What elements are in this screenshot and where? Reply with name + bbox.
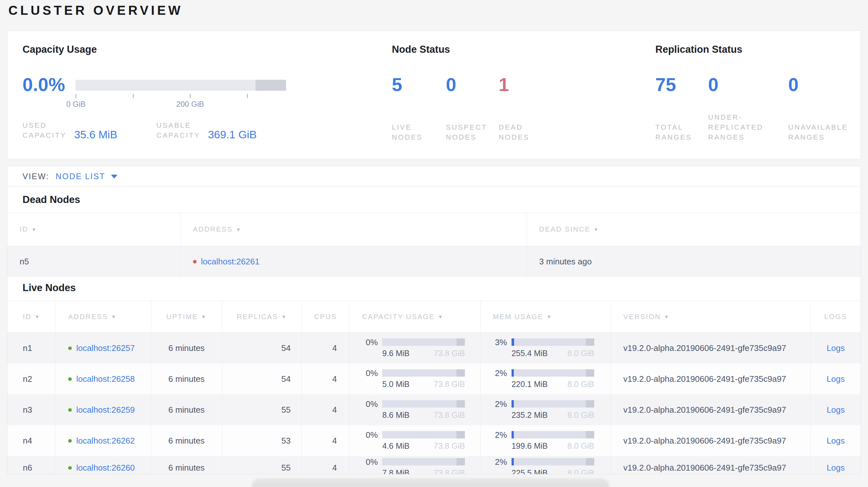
capacity-usage-bar	[75, 80, 286, 91]
node-address-link[interactable]: localhost:26261	[201, 257, 260, 267]
capacity-percent: 0%	[349, 458, 378, 466]
unavailable-ranges-label: UNAVAILABLE RANGES	[788, 122, 848, 142]
column-header-id[interactable]: ID	[7, 301, 55, 332]
mem-bar-reserved-segment	[586, 338, 594, 346]
mem-bar-fill	[512, 338, 514, 346]
capacity-bar-reserved-segment	[255, 80, 286, 91]
mem-percent: 3%	[480, 338, 507, 347]
logs-link[interactable]: Logs	[827, 374, 844, 384]
sort-desc-icon	[35, 314, 40, 319]
node-address-link[interactable]: localhost:26259	[76, 405, 135, 415]
mem-mini-bar	[512, 369, 594, 377]
summary-card: Capacity Usage 0.0% 0 GiB 200 GiB USED C…	[7, 31, 861, 159]
capacity-mini-bar	[382, 431, 465, 439]
node-address-link[interactable]: localhost:26258	[76, 374, 135, 384]
mem-bar-reserved-segment	[586, 400, 594, 408]
node-status-title: Node Status	[392, 44, 450, 55]
view-selector-dropdown[interactable]: NODE LIST	[56, 172, 117, 181]
used-capacity-value: 35.6 MiB	[74, 129, 117, 140]
node-cpus: 4	[302, 333, 349, 363]
nodes-card: VIEW: NODE LIST Dead Nodes ID ADDRESS DE…	[7, 166, 861, 475]
view-label: VIEW:	[23, 172, 49, 181]
mem-total-value: 8.0 GiB	[567, 349, 594, 358]
mem-total-value: 8.0 GiB	[567, 468, 594, 475]
capacity-total-value: 73.8 GiB	[434, 468, 465, 475]
logs-link[interactable]: Logs	[827, 405, 844, 415]
node-address-cell: localhost:26261	[181, 246, 527, 277]
column-header-replicas[interactable]: REPLICAS	[222, 301, 302, 332]
mem-used-value: 220.1 MiB	[512, 380, 548, 389]
node-uptime: 6 minutes	[151, 333, 222, 363]
logs-link[interactable]: Logs	[827, 343, 844, 353]
node-address-cell: localhost:26257	[55, 333, 151, 363]
node-uptime: 6 minutes	[151, 394, 222, 425]
column-header-id[interactable]: ID	[7, 213, 181, 246]
live-nodes-table-body: n1 localhost:26257 6 minutes 54 4 0%	[7, 333, 861, 475]
live-node-row: n3 localhost:26259 6 minutes 55 4 0%	[7, 394, 861, 425]
live-nodes-table-header: ID ADDRESS UPTIME REPLICAS CPUS CAPACITY…	[7, 301, 861, 333]
live-node-row: n2 localhost:26258 6 minutes 54 4 0%	[7, 363, 861, 394]
node-version: v19.2.0-alpha.20190606-2491-gfe735c9a97	[611, 333, 811, 363]
node-cpus: 4	[302, 394, 349, 425]
dead-nodes-count: 1	[499, 75, 509, 94]
capacity-mini-bar	[382, 369, 465, 377]
mem-total-value: 8.0 GiB	[567, 441, 594, 451]
capacity-usage-cell: 0% 5.0 MiB 73.8 GiB	[349, 363, 480, 394]
column-header-address[interactable]: ADDRESS	[181, 213, 527, 246]
capacity-bar-reserved-segment	[457, 400, 465, 408]
node-address-cell: localhost:26260	[55, 456, 151, 475]
node-replicas: 55	[222, 456, 302, 475]
column-header-uptime[interactable]: UPTIME	[151, 301, 222, 332]
node-address-link[interactable]: localhost:26262	[76, 436, 135, 446]
node-address-link[interactable]: localhost:26260	[76, 463, 135, 473]
node-address-cell: localhost:26259	[55, 394, 151, 425]
column-header-mem-usage[interactable]: MEM USAGE	[480, 301, 611, 332]
mem-used-value: 255.4 MiB	[512, 349, 548, 358]
capacity-bar-reserved-segment	[457, 369, 465, 377]
node-address-cell: localhost:26258	[55, 363, 151, 394]
mem-usage-cell: 2% 235.2 MiB 8.0 GiB	[480, 394, 611, 425]
column-header-capacity-usage[interactable]: CAPACITY USAGE	[349, 301, 480, 332]
usable-capacity-stat: USABLE CAPACITY 369.1 GiB	[156, 120, 257, 140]
column-header-logs[interactable]: LOGS	[810, 301, 861, 332]
mem-percent: 2%	[480, 431, 507, 439]
node-address-link[interactable]: localhost:26257	[76, 343, 135, 353]
suspect-nodes-label: SUSPECT NODES	[446, 122, 487, 142]
column-header-cpus[interactable]: CPUS	[302, 301, 349, 332]
used-capacity-label: USED CAPACITY	[23, 120, 66, 140]
capacity-usage-cell: 0% 8.6 MiB 73.8 GiB	[349, 394, 480, 425]
capacity-usage-percent: 0.0%	[23, 75, 65, 94]
axis-tick	[247, 94, 248, 98]
mem-usage-cell: 2% 225.5 MiB 8.0 GiB	[480, 456, 611, 475]
logs-link[interactable]: Logs	[827, 463, 844, 473]
capacity-total-value: 73.8 GiB	[434, 441, 465, 451]
node-replicas: 54	[222, 363, 302, 394]
unavailable-ranges-count: 0	[788, 75, 799, 94]
node-uptime: 6 minutes	[151, 425, 222, 456]
capacity-usage-cell: 0% 9.6 MiB 73.8 GiB	[349, 333, 480, 363]
capacity-mini-bar	[382, 338, 465, 346]
sort-desc-icon	[111, 314, 117, 319]
used-capacity-stat: USED CAPACITY 35.6 MiB	[23, 120, 117, 140]
mem-total-value: 8.0 GiB	[567, 411, 594, 420]
node-uptime: 6 minutes	[151, 363, 222, 394]
bottom-overlay-shadow	[252, 478, 609, 487]
mem-used-value: 235.2 MiB	[512, 411, 548, 420]
dead-nodes-label: DEAD NODES	[499, 122, 530, 142]
mem-usage-cell: 2% 199.6 MiB 8.0 GiB	[480, 425, 611, 456]
mem-bar-fill	[512, 369, 514, 377]
column-header-version[interactable]: VERSION	[611, 301, 811, 332]
dead-since: 3 minutes ago	[527, 246, 861, 277]
live-nodes-label: LIVE NODES	[392, 122, 423, 142]
column-header-dead-since[interactable]: DEAD SINCE	[527, 213, 861, 246]
capacity-used-value: 7.8 MiB	[382, 468, 409, 475]
mem-bar-reserved-segment	[586, 369, 594, 377]
live-nodes-count: 5	[392, 75, 402, 94]
live-node-row: n4 localhost:26262 6 minutes 53 4 0%	[7, 425, 861, 456]
logs-link[interactable]: Logs	[827, 436, 844, 446]
capacity-total-value: 73.8 GiB	[434, 349, 465, 358]
node-replicas: 55	[222, 394, 302, 425]
mem-percent: 2%	[480, 400, 507, 408]
column-header-address[interactable]: ADDRESS	[55, 301, 151, 332]
sort-desc-icon	[32, 227, 37, 232]
